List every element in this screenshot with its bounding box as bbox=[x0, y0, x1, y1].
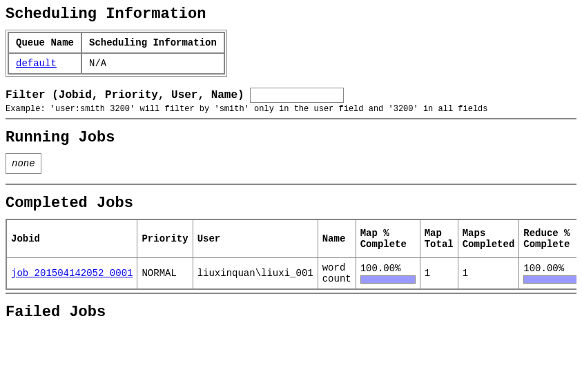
divider bbox=[6, 118, 576, 119]
running-none: none bbox=[6, 153, 41, 174]
job-name: word count bbox=[318, 258, 356, 290]
scheduling-table: Queue Name Scheduling Information defaul… bbox=[8, 32, 225, 75]
sched-row: default N/A bbox=[8, 53, 224, 74]
col-jobid: Jobid bbox=[6, 219, 137, 258]
completed-header-row: Jobid Priority User Name Map % Complete … bbox=[6, 219, 576, 258]
scheduling-heading: Scheduling Information bbox=[6, 6, 576, 23]
col-name: Name bbox=[318, 219, 356, 258]
failed-heading: Failed Jobs bbox=[6, 304, 576, 321]
reduce-progress-bar bbox=[523, 275, 576, 284]
job-maps-completed: 1 bbox=[458, 258, 519, 290]
queue-link-default[interactable]: default bbox=[16, 58, 57, 69]
completed-jobs-table: Jobid Priority User Name Map % Complete … bbox=[6, 219, 576, 290]
col-maps-completed: Maps Completed bbox=[458, 219, 519, 258]
col-user: User bbox=[193, 219, 318, 258]
job-link[interactable]: job_201504142052_0001 bbox=[11, 268, 133, 279]
filter-row: Filter (Jobid, Priority, User, Name) bbox=[6, 88, 576, 103]
filter-input[interactable] bbox=[250, 88, 344, 103]
job-user: liuxinquan\liuxi_001 bbox=[193, 258, 318, 290]
sched-info-value: N/A bbox=[81, 53, 224, 74]
job-map-pct-cell: 100.00% bbox=[356, 258, 420, 290]
job-reduce-pct-text: 100.00% bbox=[523, 263, 564, 274]
filter-label: Filter (Jobid, Priority, User, Name) bbox=[6, 89, 244, 101]
running-heading: Running Jobs bbox=[6, 129, 576, 146]
col-map-total: Map Total bbox=[420, 219, 458, 258]
col-map-pct: Map % Complete bbox=[356, 219, 420, 258]
filter-example: Example: 'user:smith 3200' will filter b… bbox=[6, 104, 576, 114]
job-map-total: 1 bbox=[420, 258, 458, 290]
scheduling-table-wrapper: Queue Name Scheduling Information defaul… bbox=[6, 30, 227, 77]
map-progress-bar bbox=[360, 275, 416, 284]
divider bbox=[6, 184, 576, 185]
col-reduce-pct: Reduce % Complete bbox=[519, 219, 576, 258]
completed-heading: Completed Jobs bbox=[6, 195, 576, 212]
job-reduce-pct-cell: 100.00% bbox=[519, 258, 576, 290]
table-row: job_201504142052_0001 NORMAL liuxinquan\… bbox=[6, 258, 576, 290]
sched-header-info: Scheduling Information bbox=[81, 32, 224, 53]
col-priority: Priority bbox=[137, 219, 193, 258]
sched-header-queue: Queue Name bbox=[8, 32, 81, 53]
job-priority: NORMAL bbox=[137, 258, 193, 290]
job-map-pct-text: 100.00% bbox=[360, 263, 401, 274]
divider bbox=[6, 293, 576, 294]
